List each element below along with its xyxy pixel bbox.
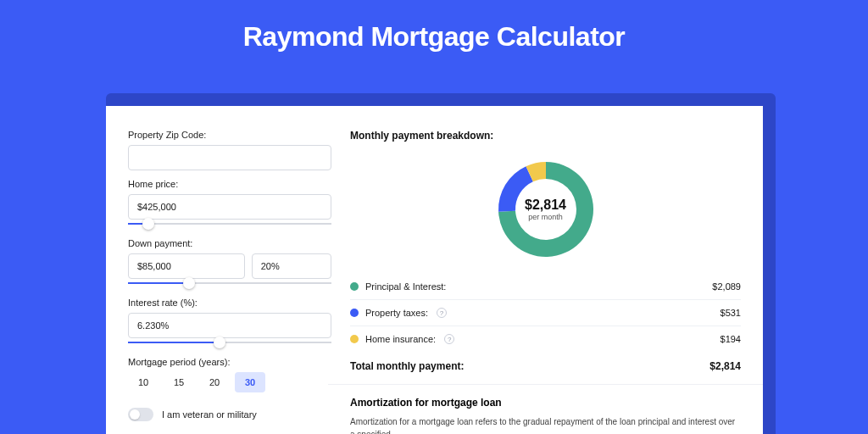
home-price-input[interactable] — [128, 194, 331, 220]
help-icon[interactable]: ? — [437, 308, 447, 318]
legend-value: $531 — [721, 308, 741, 318]
legend-row: Home insurance:?$194 — [350, 326, 741, 352]
home-price-label: Home price: — [128, 179, 331, 189]
down-payment-slider[interactable] — [128, 277, 331, 289]
donut-center: $2,814 per month — [495, 159, 597, 260]
zip-input[interactable] — [128, 145, 331, 170]
help-icon[interactable]: ? — [444, 334, 454, 344]
slider-thumb[interactable] — [142, 218, 154, 230]
slider-thumb[interactable] — [214, 337, 225, 348]
legend-dot — [350, 309, 359, 317]
amort-title: Amortization for mortgage loan — [350, 397, 741, 409]
period-field: Mortgage period (years): 10152030 — [128, 357, 331, 392]
legend-label: Property taxes: — [365, 308, 428, 318]
legend-dot — [350, 335, 359, 343]
legend-label: Home insurance: — [365, 334, 436, 344]
interest-slider[interactable] — [128, 337, 331, 348]
legend-value: $2,089 — [712, 281, 741, 292]
results-column: Monthly payment breakdown: $2,814 per mo… — [350, 130, 741, 434]
slider-fill — [128, 282, 189, 284]
total-label: Total monthly payment: — [350, 360, 464, 372]
slider-fill — [128, 342, 220, 343]
breakdown-title: Monthly payment breakdown: — [350, 130, 741, 142]
period-buttons: 10152030 — [128, 372, 331, 392]
home-price-slider[interactable] — [128, 218, 331, 230]
donut-sub: per month — [528, 213, 563, 221]
down-payment-field: Down payment: — [128, 238, 331, 289]
form-column: Property Zip Code: Home price: Down paym… — [128, 130, 331, 434]
legend-label: Principal & Interest: — [365, 281, 446, 292]
period-label: Mortgage period (years): — [128, 357, 331, 367]
down-payment-input[interactable] — [128, 253, 245, 279]
zip-field: Property Zip Code: — [128, 130, 331, 170]
home-price-field: Home price: — [128, 179, 331, 230]
veteran-toggle[interactable] — [128, 408, 153, 421]
legend: Principal & Interest:$2,089Property taxe… — [350, 274, 741, 352]
down-payment-label: Down payment: — [128, 238, 331, 248]
interest-field: Interest rate (%): — [128, 298, 331, 348]
zip-label: Property Zip Code: — [128, 130, 331, 140]
down-payment-pct-input[interactable] — [252, 253, 331, 279]
donut-chart: $2,814 per month — [350, 153, 741, 274]
toggle-knob — [130, 409, 140, 420]
legend-value: $194 — [721, 334, 741, 344]
period-btn-10[interactable]: 10 — [128, 372, 159, 392]
period-btn-20[interactable]: 20 — [199, 372, 230, 392]
page-title: Raymond Mortgage Calculator — [0, 0, 868, 68]
legend-row: Principal & Interest:$2,089 — [350, 274, 741, 300]
divider — [328, 384, 763, 385]
amort-text: Amortization for a mortgage loan refers … — [350, 415, 741, 434]
calculator-card: Property Zip Code: Home price: Down paym… — [106, 106, 763, 434]
legend-row: Property taxes:?$531 — [350, 300, 741, 326]
donut-amount: $2,814 — [525, 198, 566, 213]
total-value: $2,814 — [709, 360, 741, 372]
total-row: Total monthly payment: $2,814 — [350, 352, 741, 384]
veteran-label: I am veteran or military — [162, 409, 257, 420]
legend-dot — [350, 282, 359, 291]
interest-input[interactable] — [128, 313, 331, 338]
veteran-row: I am veteran or military — [128, 408, 331, 421]
period-btn-15[interactable]: 15 — [164, 372, 194, 392]
slider-track — [128, 223, 331, 225]
period-btn-30[interactable]: 30 — [235, 372, 265, 392]
slider-thumb[interactable] — [183, 277, 195, 289]
interest-label: Interest rate (%): — [128, 298, 331, 308]
